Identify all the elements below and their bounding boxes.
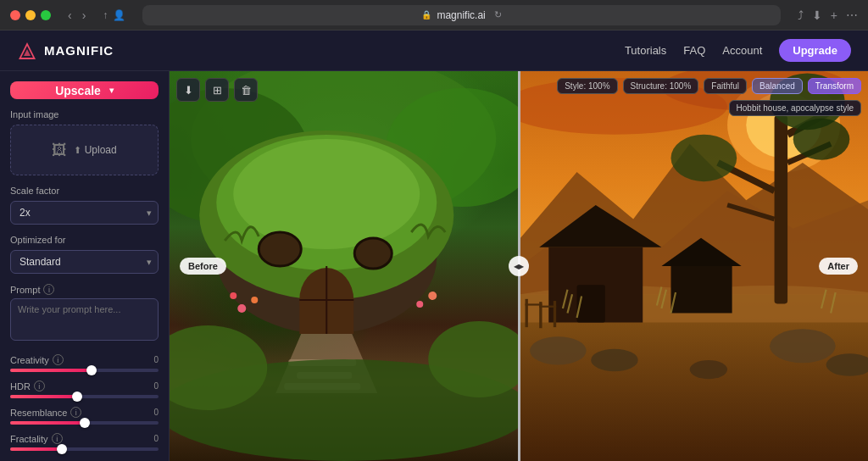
creativity-value: 0 (153, 355, 159, 364)
svg-rect-43 (670, 266, 732, 313)
download-icon: ⬇ (184, 84, 193, 97)
svg-rect-50 (525, 299, 527, 327)
svg-point-18 (237, 304, 246, 313)
hdr-track[interactable] (10, 395, 159, 398)
upscale-chevron-icon: ▾ (109, 86, 114, 95)
logo: MAGNIFIC (17, 41, 114, 61)
fractality-track[interactable] (10, 447, 159, 451)
hdr-info-icon[interactable]: i (34, 380, 45, 392)
app-container: MAGNIFIC Tutorials FAQ Account Upgrade U… (0, 31, 868, 461)
browser-toolbar-left: ↑ 👤 (103, 9, 125, 21)
image-divider[interactable]: ◀▶ (518, 71, 520, 461)
browser-maximize-btn[interactable] (41, 10, 51, 20)
creativity-slider-row: Creativity i 0 (10, 354, 159, 372)
image-toolbar: ⬇ ⊞ 🗑 (176, 78, 258, 102)
faithful-tag[interactable]: Faithful (704, 78, 747, 94)
main-content: Upscale ▾ Input image 🖼 ⬆ Upload Scale f… (0, 71, 868, 461)
browser-share-icon[interactable]: ↑ (103, 9, 108, 21)
resemblance-label-row: Resemblance i (10, 407, 81, 418)
fractality-slider-row: Fractality i 0 (10, 433, 159, 451)
optimized-for-wrapper: Standard Illustration Film & Photography… (10, 250, 159, 274)
resemblance-info-icon[interactable]: i (70, 407, 81, 418)
compare-icon: ⊞ (213, 84, 222, 97)
logo-text: MAGNIFIC (44, 43, 114, 58)
browser-back-btn[interactable]: ‹ (64, 7, 75, 24)
svg-rect-32 (774, 115, 787, 303)
nav-faq[interactable]: FAQ (683, 44, 705, 57)
browser-profile-icon[interactable]: 👤 (113, 9, 125, 21)
nav-tutorials[interactable]: Tutorials (625, 44, 666, 57)
before-panel: Before (170, 71, 518, 461)
hdr-slider-header: HDR i 0 (10, 380, 159, 392)
resemblance-thumb (80, 418, 90, 428)
hdr-thumb (72, 392, 82, 402)
after-scene-svg (520, 71, 869, 461)
fractality-value: 0 (153, 434, 159, 443)
svg-point-21 (416, 301, 423, 308)
svg-point-47 (770, 329, 836, 363)
upgrade-button[interactable]: Upgrade (779, 39, 851, 62)
hdr-fill (10, 395, 77, 398)
input-image-section: Input image 🖼 ⬆ Upload (10, 109, 159, 175)
resemblance-track[interactable] (10, 421, 159, 425)
style-tag[interactable]: Style: 100% (557, 78, 617, 94)
svg-point-45 (530, 336, 587, 364)
nav-links: Tutorials FAQ Account Upgrade (625, 39, 851, 62)
browser-bookmark-icon[interactable]: ⤴ (798, 8, 804, 22)
prompt-info-icon[interactable]: i (43, 284, 54, 295)
compare-button[interactable]: ⊞ (205, 78, 229, 102)
refresh-icon[interactable]: ↻ (494, 9, 502, 20)
upscale-button[interactable]: Upscale ▾ (10, 81, 159, 99)
browser-new-tab-icon[interactable]: + (831, 8, 837, 22)
resemblance-slider-header: Resemblance i 0 (10, 407, 159, 418)
download-button[interactable]: ⬇ (176, 78, 200, 102)
fractality-label-row: Fractality i (10, 433, 63, 444)
nav-account[interactable]: Account (722, 44, 762, 57)
creativity-fill (10, 369, 92, 372)
browser-forward-btn[interactable]: › (79, 7, 90, 24)
creativity-info-icon[interactable]: i (53, 354, 64, 365)
before-label: Before (180, 258, 226, 275)
after-image (520, 71, 869, 461)
scale-factor-label: Scale factor (10, 186, 159, 196)
upload-text: ⬆ Upload (74, 144, 116, 156)
image-viewer: ⬇ ⊞ 🗑 Style: 100% Structure: 100% Faithf… (170, 71, 868, 461)
balanced-tag[interactable]: Balanced (752, 78, 803, 94)
creativity-thumb (86, 365, 97, 375)
hdr-label-row: HDR i (10, 380, 45, 392)
trash-icon: 🗑 (241, 84, 252, 97)
svg-point-49 (689, 360, 726, 379)
prompt-section: Prompt i (10, 284, 159, 344)
structure-tag[interactable]: Structure: 100% (623, 78, 699, 94)
sidebar: Upscale ▾ Input image 🖼 ⬆ Upload Scale f… (0, 71, 170, 461)
prompt-overlay-bubble: Hobbit house, apocalypse style (729, 100, 861, 116)
svg-point-10 (259, 232, 301, 266)
input-image-label: Input image (10, 109, 159, 119)
hdr-value: 0 (153, 381, 159, 391)
upload-area[interactable]: 🖼 ⬆ Upload (10, 125, 159, 175)
svg-point-9 (233, 139, 420, 249)
optimized-for-select[interactable]: Standard Illustration Film & Photography… (10, 250, 159, 274)
fractality-info-icon[interactable]: i (52, 433, 63, 444)
scale-factor-wrapper: 2x 4x 8x 16x (10, 201, 159, 225)
browser-close-btn[interactable] (10, 10, 20, 20)
browser-more-icon[interactable]: ⋯ (846, 8, 858, 22)
scale-factor-select[interactable]: 2x 4x 8x 16x (10, 201, 159, 225)
svg-rect-54 (539, 306, 556, 308)
settings-bar: Style: 100% Structure: 100% Faithful Bal… (557, 78, 861, 94)
prompt-input[interactable] (10, 298, 159, 341)
scale-factor-section: Scale factor 2x 4x 8x 16x (10, 186, 159, 225)
browser-minimize-btn[interactable] (25, 10, 36, 20)
delete-button[interactable]: 🗑 (234, 78, 258, 102)
creativity-track[interactable] (10, 369, 159, 372)
lock-icon: 🔒 (421, 10, 431, 19)
creativity-label-row: Creativity i (10, 354, 64, 365)
optimized-for-section: Optimized for Standard Illustration Film… (10, 235, 159, 274)
browser-download-icon[interactable]: ⬇ (812, 8, 822, 22)
browser-address-bar[interactable]: 🔒 magnific.ai ↻ (142, 5, 780, 25)
fractality-label: Fractality (10, 434, 48, 444)
svg-point-46 (591, 349, 637, 372)
divider-handle[interactable]: ◀▶ (509, 256, 529, 276)
browser-chrome: ‹ › ↑ 👤 🔒 magnific.ai ↻ ⤴ ⬇ + ⋯ (0, 0, 868, 31)
transform-tag[interactable]: Transform (808, 78, 861, 94)
